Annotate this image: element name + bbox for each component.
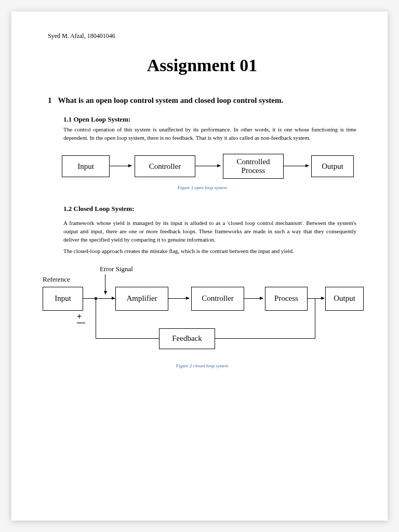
fig2-label-error: Error Signal [100, 265, 133, 273]
fig2-box-controller: Controller [191, 287, 244, 311]
figure2-caption: Figure 2 closed loop system [48, 363, 356, 368]
section-open-loop: 1.1 Open Loop System: The control operat… [48, 115, 356, 142]
arrow-icon [317, 298, 324, 299]
fig1-box-controller: Controller [135, 155, 195, 177]
fig2-box-amplifier: Amplifier [115, 287, 168, 311]
line [315, 298, 315, 339]
line [96, 300, 96, 339]
section1-body: The control operation of this system is … [63, 126, 356, 142]
arrow-icon [244, 298, 263, 299]
fig1-box-output: Output [311, 155, 354, 177]
fig1-box-process: Controlled Process [223, 154, 284, 179]
plus-minus-icon: +— [77, 314, 85, 325]
arrow-icon [284, 166, 309, 166]
arrow-icon [168, 298, 189, 299]
arrow-icon [114, 298, 115, 299]
arrow-icon [110, 166, 131, 166]
line [308, 298, 317, 299]
question-number: 1 [48, 96, 52, 105]
section1-heading: 1.1 Open Loop System: [63, 115, 356, 124]
fig2-box-feedback: Feedback [159, 328, 215, 349]
line [214, 338, 315, 339]
figure1-diagram: Input Controller Controlled Process Outp… [62, 152, 342, 182]
section-closed-loop: 1.2 Closed Loop System: A framework whos… [48, 205, 356, 256]
assignment-title: Assignment 01 [48, 56, 356, 75]
fig2-box-input: Input [43, 287, 83, 311]
author-line: Syed M. Afzal, 180401046 [48, 32, 356, 40]
fig2-box-process: Process [265, 287, 308, 311]
arrow-icon [195, 166, 220, 166]
arrow-down-icon [105, 274, 105, 294]
section2-heading: 1.2 Closed Loop System: [63, 205, 356, 213]
question-text: What is an open loop control system and … [58, 96, 284, 105]
section2-body1: A framework whose yield is managed by it… [63, 219, 356, 244]
question-row: 1 What is an open loop control system an… [48, 96, 356, 105]
figure1-caption: Figure 1 open loop system [48, 185, 356, 190]
fig1-box-input: Input [62, 155, 110, 177]
fig2-label-reference: Reference [43, 275, 70, 284]
line [83, 298, 114, 299]
fig2-box-output: Output [325, 287, 364, 311]
line [96, 338, 159, 339]
document-page: Syed M. Afzal, 180401046 Assignment 01 1… [11, 11, 388, 521]
section2-body2: The closed-loop approach creates the mis… [63, 247, 356, 256]
figure2-diagram: Reference Error Signal Input +— Amplifie… [43, 265, 354, 356]
